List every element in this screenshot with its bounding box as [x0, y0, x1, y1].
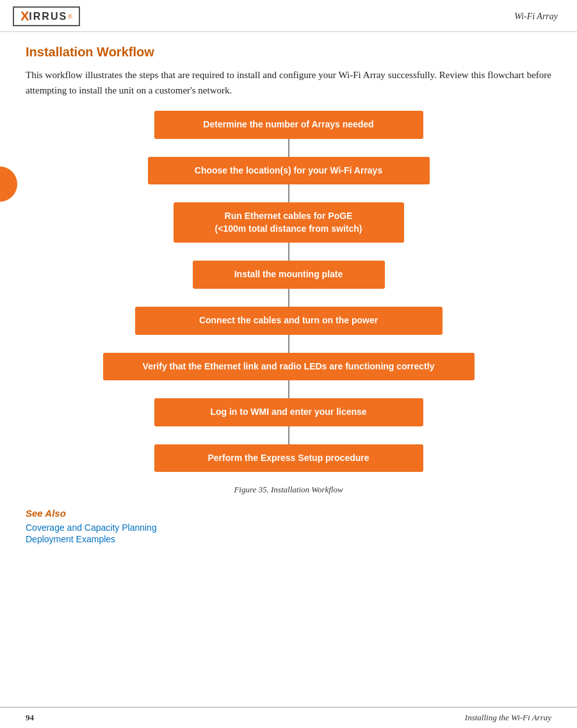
- logo-registered: ®: [68, 13, 72, 20]
- flow-connector-1: [288, 139, 289, 157]
- flow-box-4: Install the mounting plate: [193, 261, 385, 289]
- flow-box-6: Verify that the Ethernet link and radio …: [103, 353, 475, 381]
- figure-caption: Figure 35. Installation Workflow: [26, 485, 551, 495]
- flow-connector-3: [288, 243, 289, 261]
- flow-connector-6: [288, 380, 289, 398]
- flow-step-7: Log in to WMI and enter your license: [26, 398, 551, 444]
- flow-step-8: Perform the Express Setup procedure: [26, 444, 551, 473]
- footer-page-number: 94: [26, 713, 34, 723]
- main-content: Installation Workflow This workflow illu…: [0, 32, 577, 558]
- flow-connector-2: [288, 184, 289, 202]
- section-title: Installation Workflow: [26, 45, 551, 60]
- flow-step-4: Install the mounting plate: [26, 261, 551, 307]
- flow-box-3: Run Ethernet cables for PoGE (<100m tota…: [174, 202, 404, 243]
- intro-paragraph: This workflow illustrates the steps that…: [26, 67, 551, 98]
- flow-box-2: Choose the location(s) for your Wi-Fi Ar…: [148, 157, 430, 185]
- flow-connector-4: [288, 289, 289, 307]
- flow-step-1: Determine the number of Arrays needed: [26, 111, 551, 157]
- logo: X IRRUS ®: [13, 6, 80, 26]
- flow-step-5: Connect the cables and turn on the power: [26, 307, 551, 353]
- flow-connector-5: [288, 335, 289, 353]
- logo-x-icon: X: [20, 9, 29, 24]
- flow-connector-7: [288, 426, 289, 444]
- flowchart: Determine the number of Arrays needed Ch…: [26, 111, 551, 472]
- flow-box-7: Log in to WMI and enter your license: [154, 398, 423, 426]
- header-title: Wi-Fi Array: [514, 12, 558, 22]
- see-also-link-1[interactable]: Coverage and Capacity Planning: [26, 522, 551, 533]
- flow-box-5: Connect the cables and turn on the power: [135, 307, 443, 335]
- flow-box-1: Determine the number of Arrays needed: [154, 111, 423, 139]
- flow-step-2: Choose the location(s) for your Wi-Fi Ar…: [26, 157, 551, 203]
- footer-right-text: Installing the Wi-Fi Array: [465, 713, 551, 723]
- decoration-circle: [0, 166, 17, 202]
- see-also-link-2[interactable]: Deployment Examples: [26, 534, 551, 544]
- page-header: X IRRUS ® Wi-Fi Array: [0, 0, 577, 32]
- page-footer: 94 Installing the Wi-Fi Array: [0, 707, 577, 728]
- logo-text: IRRUS: [29, 11, 67, 22]
- flow-box-8: Perform the Express Setup procedure: [154, 444, 423, 473]
- flow-step-6: Verify that the Ethernet link and radio …: [26, 353, 551, 399]
- see-also-title: See Also: [26, 508, 551, 519]
- flow-step-3: Run Ethernet cables for PoGE (<100m tota…: [26, 202, 551, 261]
- see-also-section: See Also Coverage and Capacity Planning …: [26, 508, 551, 544]
